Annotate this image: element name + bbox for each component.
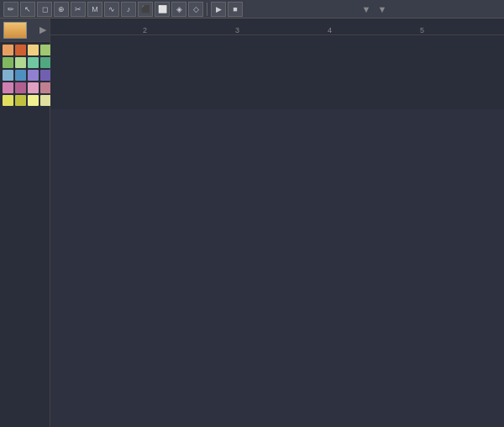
- active-color[interactable]: [3, 22, 27, 39]
- ruler: 2345: [50, 18, 504, 35]
- grid-canvas: [50, 109, 504, 427]
- ruler-mark: 2: [143, 26, 147, 34]
- piano-keyboard: [0, 109, 50, 427]
- toolbar: ✏ ↖ ◻ ⊕ ✂ M ∿ ♪ ⬛ ⬜ ◈ ◇ ▶ ■ ▼ ▼: [0, 0, 504, 18]
- tool-erase[interactable]: ◻: [37, 2, 52, 17]
- color-swatch[interactable]: [15, 95, 26, 106]
- color-swatch[interactable]: [3, 70, 13, 81]
- palette-top: ▶: [0, 18, 50, 42]
- color-swatch[interactable]: [28, 45, 39, 55]
- main-area: [0, 109, 504, 427]
- color-swatch[interactable]: [3, 95, 13, 106]
- note-grid[interactable]: [50, 109, 504, 427]
- palette-area: ▶: [0, 18, 50, 109]
- tool-prop2[interactable]: ⬜: [155, 2, 170, 17]
- tool-prop1[interactable]: ⬛: [138, 2, 153, 17]
- tool-select[interactable]: ↖: [20, 2, 35, 17]
- velocity-dropdown-icon[interactable]: ▼: [378, 4, 387, 14]
- ruler-mark: 4: [328, 26, 332, 34]
- ruler-mark: 3: [235, 26, 239, 34]
- title-separator: ▼: [362, 4, 371, 14]
- second-row: ▶ 2345: [0, 18, 504, 109]
- tool-scissor[interactable]: ✂: [71, 2, 86, 17]
- color-swatch[interactable]: [3, 57, 13, 68]
- color-swatch[interactable]: [28, 57, 39, 68]
- color-swatch[interactable]: [15, 70, 26, 81]
- color-swatch[interactable]: [28, 95, 39, 106]
- color-swatch[interactable]: [15, 57, 26, 68]
- tool-piano[interactable]: ♪: [121, 2, 136, 17]
- ruler-mark: 5: [420, 26, 424, 34]
- palette-arrow[interactable]: ▶: [39, 24, 46, 35]
- tool-stop[interactable]: ■: [228, 2, 243, 17]
- color-swatch[interactable]: [28, 70, 39, 81]
- separator1: [207, 3, 207, 16]
- ruler-area: 2345: [50, 18, 504, 109]
- color-swatch[interactable]: [15, 82, 26, 93]
- tool-zoom[interactable]: ⊕: [54, 2, 69, 17]
- color-swatch[interactable]: [28, 82, 39, 93]
- tool-play[interactable]: ▶: [211, 2, 226, 17]
- tool-mute[interactable]: M: [87, 2, 102, 17]
- tool-prop3[interactable]: ◈: [171, 2, 186, 17]
- tool-strum[interactable]: ∿: [104, 2, 119, 17]
- color-palette: [0, 42, 50, 109]
- color-swatch[interactable]: [3, 45, 13, 55]
- color-swatch[interactable]: [15, 45, 26, 55]
- tool-pencil[interactable]: ✏: [3, 2, 18, 17]
- title-area: ▼ ▼: [244, 4, 501, 14]
- color-swatch[interactable]: [3, 82, 13, 93]
- tool-prop4[interactable]: ◇: [188, 2, 203, 17]
- mini-preview: [50, 35, 504, 109]
